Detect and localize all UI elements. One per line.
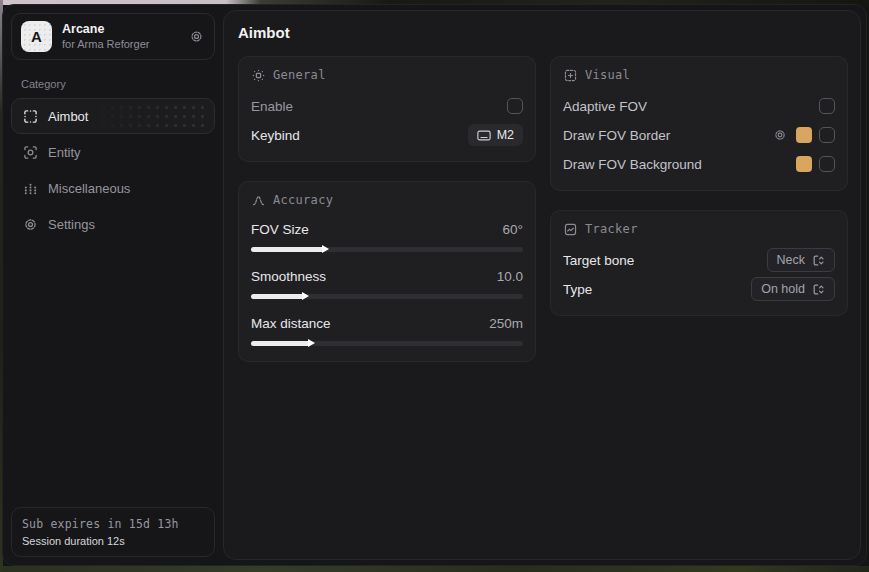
tracker-card: Tracker Target bone Neck: [550, 210, 848, 316]
tracker-card-title: Tracker: [585, 222, 638, 236]
smoothness-slider[interactable]: [251, 294, 523, 299]
keybind-label: Keybind: [251, 128, 300, 143]
accuracy-card-header: Accuracy: [251, 193, 523, 207]
max-distance-value: 250m: [489, 316, 523, 331]
profile-card: A Arcane for Arma Reforger: [11, 13, 215, 60]
dots-grid-icon: [22, 180, 38, 196]
fov-size-label: FOV Size: [251, 222, 309, 237]
session-duration-text: Session duration 12s: [22, 535, 204, 547]
fov-border-settings-gear-icon[interactable]: [771, 126, 789, 144]
sidebar-item-aimbot[interactable]: Aimbot: [11, 98, 215, 134]
scan-target-icon: [22, 144, 38, 160]
fov-size-group: FOV Size 60°: [251, 218, 523, 252]
enable-label: Enable: [251, 99, 293, 114]
sidebar-item-label: Aimbot: [48, 109, 88, 124]
category-label: Category: [21, 78, 205, 90]
bell-curve-icon: [251, 193, 265, 207]
accuracy-card: Accuracy FOV Size 60° Smoothness: [238, 181, 536, 362]
crosshair-icon: [22, 108, 38, 124]
sidebar-item-entity[interactable]: Entity: [11, 134, 215, 170]
keybind-button[interactable]: M2: [468, 124, 523, 146]
draw-fov-background-row: Draw FOV Background: [563, 151, 835, 177]
max-distance-group: Max distance 250m: [251, 312, 523, 346]
max-distance-slider[interactable]: [251, 341, 523, 346]
visual-card-header: Visual: [563, 68, 835, 82]
sidebar-item-label: Miscellaneous: [48, 181, 130, 196]
sidebar-item-miscellaneous[interactable]: Miscellaneous: [11, 170, 215, 206]
keybind-row: Keybind M2: [251, 122, 523, 148]
category-nav: Aimbot Entity: [11, 98, 215, 242]
sidebar-item-label: Entity: [48, 145, 81, 160]
adaptive-fov-checkbox[interactable]: [819, 98, 835, 114]
enable-row: Enable: [251, 93, 523, 119]
adaptive-fov-label: Adaptive FOV: [563, 99, 647, 114]
focus-frame-icon: [251, 68, 265, 82]
chevron-up-down-icon: [812, 283, 825, 296]
fov-size-slider-fill: [251, 247, 323, 252]
gear-icon: [22, 216, 38, 232]
general-card-title: General: [273, 68, 326, 82]
draw-fov-border-checkbox[interactable]: [819, 127, 835, 143]
target-bone-select[interactable]: Neck: [767, 248, 835, 272]
adaptive-fov-row: Adaptive FOV: [563, 93, 835, 119]
type-label: Type: [563, 282, 592, 297]
max-distance-label: Max distance: [251, 316, 331, 331]
enable-checkbox[interactable]: [507, 98, 523, 114]
draw-fov-border-label: Draw FOV Border: [563, 128, 670, 143]
page-title: Aimbot: [238, 24, 848, 41]
profile-text: Arcane for Arma Reforger: [62, 22, 177, 51]
keybind-value: M2: [497, 128, 514, 142]
main-panel: Aimbot General: [223, 10, 861, 560]
app-name: Arcane: [62, 22, 177, 37]
visual-card-title: Visual: [585, 68, 630, 82]
game-background-bottom: [0, 566, 869, 572]
target-bone-value: Neck: [777, 253, 805, 267]
smoothness-value: 10.0: [497, 269, 523, 284]
type-select[interactable]: On hold: [751, 277, 835, 301]
left-column: General Enable Keybind: [238, 56, 536, 362]
fov-background-color-swatch[interactable]: [796, 156, 812, 172]
profile-gear-icon[interactable]: [187, 28, 205, 46]
activity-chart-icon: [563, 222, 577, 236]
accuracy-card-title: Accuracy: [273, 193, 333, 207]
session-card: Sub expires in 15d 13h Session duration …: [11, 507, 215, 557]
sub-expires-text: Sub expires in 15d 13h: [22, 517, 204, 531]
smoothness-slider-fill: [251, 294, 303, 299]
draw-fov-background-checkbox[interactable]: [819, 156, 835, 172]
fov-border-color-swatch[interactable]: [796, 127, 812, 143]
smoothness-group: Smoothness 10.0: [251, 265, 523, 299]
fov-size-slider[interactable]: [251, 247, 523, 252]
fov-size-value: 60°: [503, 222, 523, 237]
draw-fov-background-label: Draw FOV Background: [563, 157, 702, 172]
tracker-card-header: Tracker: [563, 222, 835, 236]
type-row: Type On hold: [563, 276, 835, 302]
target-bone-row: Target bone Neck: [563, 247, 835, 273]
app-subtitle: for Arma Reforger: [62, 37, 177, 51]
smoothness-label: Smoothness: [251, 269, 326, 284]
max-distance-slider-fill: [251, 341, 309, 346]
sidebar-item-settings[interactable]: Settings: [11, 206, 215, 242]
app-window: A Arcane for Arma Reforger Category: [2, 4, 867, 566]
app-logo: A: [21, 21, 52, 52]
general-card: General Enable Keybind: [238, 56, 536, 162]
dashed-frame-plus-icon: [563, 68, 577, 82]
sidebar: A Arcane for Arma Reforger Category: [3, 5, 223, 565]
cards-grid: General Enable Keybind: [238, 56, 848, 362]
right-column: Visual Adaptive FOV Draw FOV Border: [550, 56, 848, 362]
sidebar-item-label: Settings: [48, 217, 95, 232]
keyboard-icon: [477, 130, 491, 141]
target-bone-label: Target bone: [563, 253, 634, 268]
visual-card: Visual Adaptive FOV Draw FOV Border: [550, 56, 848, 191]
type-value: On hold: [761, 282, 805, 296]
draw-fov-border-row: Draw FOV Border: [563, 122, 835, 148]
chevron-up-down-icon: [812, 254, 825, 267]
general-card-header: General: [251, 68, 523, 82]
